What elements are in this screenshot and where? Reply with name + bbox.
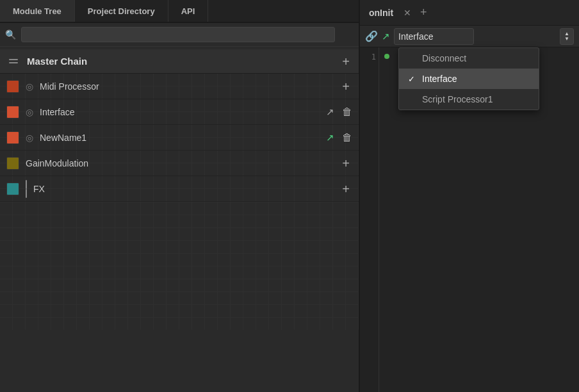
module-icon-newname1: ◎ [26, 133, 33, 143]
master-chain-header: Master Chain + [0, 49, 359, 74]
master-chain-title: Master Chain [27, 56, 333, 67]
module-actions-newname1: ↗ 🗑 [326, 132, 352, 143]
tab-project-directory[interactable]: Project Directory [75, 0, 168, 22]
script-tab-name: onInit [365, 8, 397, 18]
module-actions-gain: + [339, 157, 352, 170]
close-tab-button[interactable]: ✕ [401, 8, 414, 18]
module-name-gain: GainModulation [26, 158, 333, 168]
color-swatch-fx [6, 183, 19, 195]
module-name-newname1: NewName1 [40, 133, 320, 143]
top-tabs: Module Tree Project Directory API [0, 0, 359, 23]
link-chain-icon: 🔗 [365, 30, 378, 42]
module-name-interface: Interface [40, 107, 320, 117]
right-toolbar: 🔗 ↗ Disconnect Interface Script Processo… [360, 26, 579, 47]
spinner-button[interactable]: ▲ ▼ [560, 28, 574, 45]
search-input[interactable] [21, 27, 335, 42]
checkmark-interface: ✓ [408, 74, 417, 84]
list-item: FX + [0, 176, 359, 202]
tab-api[interactable]: API [168, 0, 209, 22]
midi-add-button[interactable]: + [339, 80, 352, 93]
color-swatch-midi [6, 80, 19, 93]
search-icon: 🔍 [5, 29, 16, 40]
dropdown-item-interface[interactable]: ✓ Interface [399, 69, 539, 89]
script-dot-indicator [384, 54, 389, 59]
gain-add-button[interactable]: + [339, 157, 352, 170]
fx-drag-handle[interactable] [26, 180, 27, 198]
module-actions-midi: + [339, 80, 352, 93]
module-name-midi: Midi Processor [40, 81, 333, 92]
list-item: ◎ Midi Processor + [0, 74, 359, 99]
drag-handle[interactable] [6, 58, 20, 65]
color-swatch-gain [6, 157, 19, 170]
module-actions-fx: + [339, 183, 352, 195]
module-actions-interface: ↗ 🗑 [326, 106, 352, 118]
newname1-link-icon[interactable]: ↗ [326, 132, 334, 143]
interface-dropdown[interactable]: Disconnect Interface Script Processor1 [394, 28, 474, 45]
search-bar: 🔍 [0, 23, 359, 47]
empty-grid-area [0, 202, 359, 330]
module-name-fx: FX [33, 184, 333, 194]
module-icon-interface: ◎ [26, 107, 33, 117]
color-swatch-interface [6, 106, 19, 118]
list-item: ◎ NewName1 ↗ 🗑 [0, 125, 359, 151]
interface-link-icon[interactable]: ↗ [326, 106, 334, 118]
interface-delete-icon[interactable]: 🗑 [342, 106, 352, 118]
right-panel-relative: 🔗 ↗ Disconnect Interface Script Processo… [360, 26, 579, 392]
list-item: ◎ Interface ↗ 🗑 [0, 99, 359, 125]
dropdown-item-script-processor[interactable]: Script Processor1 [399, 89, 539, 110]
spinner-arrows-icon: ▲ ▼ [564, 31, 569, 42]
right-header: onInit ✕ + [360, 0, 579, 26]
left-panel: Module Tree Project Directory API 🔍 Mast… [0, 0, 360, 392]
dropdown-container: Disconnect Interface Script Processor1 [394, 28, 556, 45]
line-number-1: 1 [363, 51, 376, 63]
module-list: Master Chain + ◎ Midi Processor + ◎ Inte… [0, 47, 359, 392]
tab-module-tree[interactable]: Module Tree [0, 0, 75, 22]
dropdown-overlay: Disconnect ✓ Interface Script Processor1 [398, 47, 539, 110]
edit-open-icon[interactable]: ↗ [382, 31, 390, 42]
color-swatch-newname1 [6, 131, 19, 144]
fx-add-button[interactable]: + [339, 183, 352, 195]
newname1-delete-icon[interactable]: 🗑 [342, 132, 352, 143]
right-panel: onInit ✕ + 🔗 ↗ Disconnect Interface Scri… [360, 0, 579, 392]
list-item: GainModulation + [0, 151, 359, 176]
dropdown-item-disconnect[interactable]: Disconnect [399, 48, 539, 69]
line-numbers: 1 [360, 47, 379, 392]
module-icon-midi: ◎ [26, 81, 33, 92]
master-chain-add-button[interactable]: + [339, 55, 352, 68]
new-tab-button[interactable]: + [420, 6, 427, 19]
